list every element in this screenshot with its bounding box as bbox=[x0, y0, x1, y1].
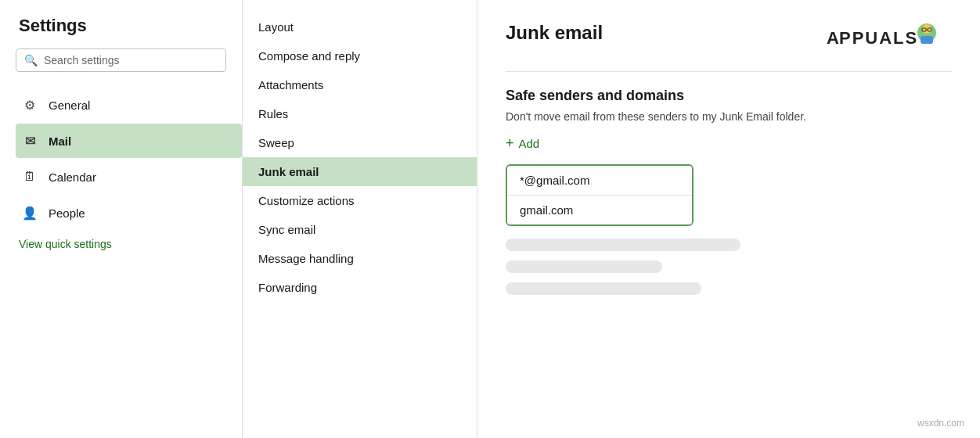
section-title: Safe senders and domains bbox=[506, 88, 952, 104]
middle-item-attachments[interactable]: Attachments bbox=[243, 70, 477, 99]
blurred-row bbox=[506, 260, 662, 273]
view-quick-settings-link[interactable]: View quick settings bbox=[16, 233, 242, 255]
main-header-row: Junk email A PPUALS bbox=[506, 22, 952, 56]
calendar-icon: 🗓 bbox=[19, 166, 41, 188]
sidebar-item-mail[interactable]: ✉ Mail bbox=[16, 124, 242, 158]
main-content: Junk email A PPUALS bbox=[477, 0, 980, 438]
middle-item-forwarding[interactable]: Forwarding bbox=[243, 273, 477, 302]
sidebar-item-general[interactable]: ⚙ General bbox=[16, 88, 242, 122]
appuals-logo: A PPUALS bbox=[827, 22, 952, 53]
middle-item-sweep[interactable]: Sweep bbox=[243, 128, 477, 157]
divider bbox=[506, 71, 952, 72]
sidebar-item-calendar[interactable]: 🗓 Calendar bbox=[16, 160, 242, 194]
middle-item-rules[interactable]: Rules bbox=[243, 99, 477, 128]
sidebar: Settings 🔍 Search settings ⚙ General ✉ M… bbox=[0, 0, 243, 438]
page-title: Junk email bbox=[506, 22, 603, 44]
sidebar-item-people[interactable]: 👤 People bbox=[16, 196, 242, 230]
blurred-row bbox=[506, 239, 740, 251]
svg-point-1 bbox=[922, 24, 931, 34]
search-icon: 🔍 bbox=[24, 54, 38, 66]
site-watermark: wsxdn.com bbox=[917, 418, 964, 429]
watermark: A PPUALS bbox=[827, 22, 952, 56]
sidebar-item-label: Calendar bbox=[49, 171, 96, 184]
middle-item-sync-email[interactable]: Sync email bbox=[243, 215, 477, 244]
svg-text:PPUALS: PPUALS bbox=[839, 28, 918, 48]
sidebar-title: Settings bbox=[16, 16, 242, 36]
svg-rect-2 bbox=[921, 36, 933, 44]
plus-icon: + bbox=[506, 135, 514, 152]
add-button[interactable]: + Add bbox=[506, 135, 539, 152]
people-icon: 👤 bbox=[19, 202, 41, 224]
gear-icon: ⚙ bbox=[19, 94, 41, 116]
middle-item-layout[interactable]: Layout bbox=[243, 13, 477, 41]
sidebar-item-label: Mail bbox=[49, 135, 71, 148]
middle-item-customize-actions[interactable]: Customize actions bbox=[243, 186, 477, 215]
middle-item-compose-reply[interactable]: Compose and reply bbox=[243, 41, 477, 70]
mail-icon: ✉ bbox=[19, 130, 41, 152]
section-desc: Don't move email from these senders to m… bbox=[506, 110, 952, 123]
email-list-item[interactable]: gmail.com bbox=[507, 196, 692, 224]
add-label: Add bbox=[519, 137, 540, 150]
middle-item-junk-email[interactable]: Junk email bbox=[243, 157, 477, 186]
middle-panel: Layout Compose and reply Attachments Rul… bbox=[243, 0, 477, 438]
search-box[interactable]: 🔍 Search settings bbox=[16, 48, 226, 72]
blurred-row bbox=[506, 282, 701, 295]
sidebar-item-label: General bbox=[49, 99, 90, 112]
middle-item-message-handling[interactable]: Message handling bbox=[243, 244, 477, 273]
search-placeholder: Search settings bbox=[44, 54, 120, 66]
watermark-text: A PPUALS bbox=[827, 22, 952, 56]
email-list-box: *@gmail.com gmail.com bbox=[506, 164, 694, 226]
email-list-item[interactable]: *@gmail.com bbox=[507, 166, 692, 196]
sidebar-item-label: People bbox=[49, 206, 85, 220]
